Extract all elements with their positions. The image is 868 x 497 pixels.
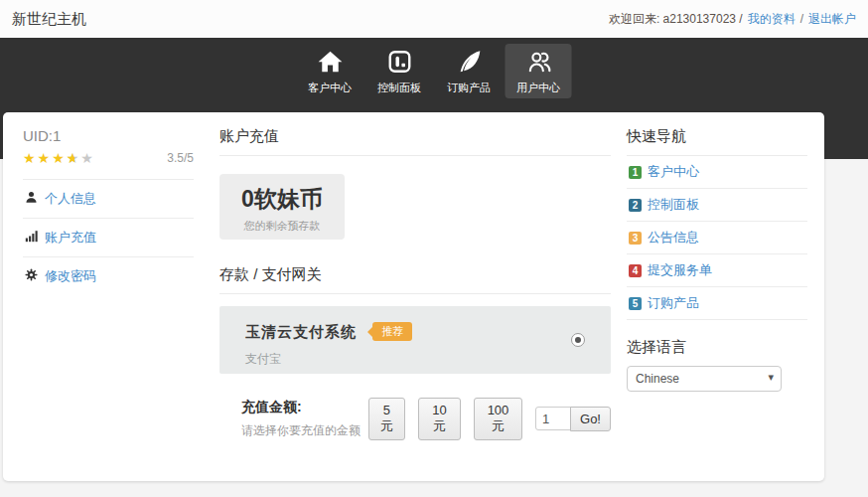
- quicknav-label: 提交服务单: [648, 261, 712, 279]
- bar-chart-icon: [25, 229, 38, 247]
- number-badge: 5: [629, 297, 642, 310]
- sidebar-menu: 个人信息 账户充值 修改密码: [23, 179, 194, 295]
- logout-link[interactable]: 退出帐户: [808, 11, 856, 28]
- main-nav: 客户中心 控制面板 订购产品 用户中心: [297, 44, 572, 98]
- nav-item-label: 订购产品: [436, 81, 503, 95]
- gateway-panel[interactable]: 玉清云支付系统 推荐 支付宝: [219, 306, 611, 374]
- quicknav-item-announcements[interactable]: 3 公告信息: [627, 222, 807, 254]
- amount-button-5[interactable]: 5元: [368, 398, 405, 440]
- amount-hint: 请选择你要充值的金额: [241, 422, 368, 439]
- quicknav-item-client-center[interactable]: 1 客户中心: [627, 156, 807, 189]
- link-separator: /: [800, 12, 803, 26]
- amount-input[interactable]: [535, 407, 571, 430]
- balance-amount: 0软妹币: [219, 184, 345, 215]
- number-badge: 1: [629, 166, 642, 179]
- welcome-area: 欢迎回来: a2130137023 / 我的资料 / 退出帐户: [609, 11, 856, 28]
- quicknav-item-control-panel[interactable]: 2 控制面板: [627, 189, 807, 222]
- nav-item-control-panel[interactable]: 控制面板: [366, 44, 433, 98]
- language-select-wrap: Chinese: [627, 366, 782, 392]
- gear-icon: [25, 267, 38, 285]
- star-rating: ★★★★★★: [23, 151, 95, 165]
- quill-icon: [456, 61, 482, 78]
- welcome-text: 欢迎回来: a2130137023 /: [609, 11, 743, 28]
- nav-item-client-center[interactable]: 客户中心: [297, 44, 363, 98]
- quicknav-item-submit-ticket[interactable]: 4 提交服务单: [627, 254, 807, 287]
- account-sidebar: UID:1 ★★★★★★ 3.5/5 个人信息 账户充值: [23, 127, 194, 295]
- rating-row: ★★★★★★ 3.5/5: [23, 151, 194, 165]
- person-icon: [25, 190, 38, 208]
- quick-nav-title: 快速导航: [627, 127, 807, 156]
- recharge-title: 账户充值: [219, 127, 611, 156]
- language-select[interactable]: Chinese: [627, 366, 782, 392]
- gateway-radio[interactable]: [571, 333, 585, 347]
- amount-button-100[interactable]: 100元: [474, 398, 522, 440]
- go-button[interactable]: Go!: [570, 407, 611, 431]
- uid-label: UID:1: [23, 127, 194, 144]
- recommended-badge: 推荐: [372, 322, 412, 341]
- top-bar: 新世纪主机 欢迎回来: a2130137023 / 我的资料 / 退出帐户: [0, 0, 868, 38]
- profile-link[interactable]: 我的资料: [748, 11, 796, 28]
- quicknav-label: 公告信息: [648, 229, 699, 247]
- nav-item-label: 客户中心: [297, 81, 363, 95]
- quicknav-item-order-products[interactable]: 5 订购产品: [627, 287, 807, 320]
- balance-caption: 您的剩余预存款: [219, 219, 345, 234]
- rating-value: 3.5/5: [167, 151, 194, 165]
- number-badge: 2: [629, 199, 642, 212]
- amount-button-10[interactable]: 10元: [418, 398, 461, 440]
- quicknav-label: 控制面板: [648, 196, 699, 214]
- sidebar-item-label: 账户充值: [45, 229, 96, 247]
- gateway-title: 存款 / 支付网关: [219, 265, 611, 294]
- quicknav-label: 订购产品: [648, 294, 699, 312]
- amount-buttons: 5元 10元 100元 Go!: [368, 398, 611, 440]
- quick-nav-section: 快速导航 1 客户中心 2 控制面板 3 公告信息 4 提交服务单 5 订购产品…: [627, 127, 807, 392]
- quicknav-label: 客户中心: [648, 163, 699, 181]
- nav-item-label: 用户中心: [506, 81, 572, 95]
- sidebar-item-personal-info[interactable]: 个人信息: [23, 179, 194, 218]
- users-icon: [525, 61, 551, 78]
- brand-title: 新世纪主机: [12, 10, 86, 29]
- balance-box: 0软妹币 您的剩余预存款: [219, 174, 345, 240]
- sidebar-item-account-recharge[interactable]: 账户充值: [23, 218, 194, 256]
- amount-input-group: Go!: [535, 407, 611, 431]
- amount-labels: 充值金额: 请选择你要充值的金额: [241, 399, 368, 439]
- control-panel-icon: [386, 61, 412, 78]
- nav-item-order-products[interactable]: 订购产品: [436, 44, 503, 98]
- gateway-method: 支付宝: [245, 351, 585, 368]
- nav-item-label: 控制面板: [366, 81, 433, 95]
- home-icon: [317, 61, 343, 78]
- language-title: 选择语言: [627, 338, 807, 357]
- content-card: UID:1 ★★★★★★ 3.5/5 个人信息 账户充值: [3, 112, 824, 481]
- gateway-name: 玉清云支付系统: [245, 323, 357, 342]
- number-badge: 4: [629, 264, 642, 277]
- nav-item-user-center[interactable]: 用户中心: [506, 44, 572, 98]
- recharge-section: 账户充值 0软妹币 您的剩余预存款 存款 / 支付网关 玉清云支付系统 推荐 支…: [219, 127, 611, 440]
- sidebar-item-label: 修改密码: [45, 267, 96, 285]
- sidebar-item-label: 个人信息: [45, 190, 96, 208]
- sidebar-item-change-password[interactable]: 修改密码: [23, 256, 194, 295]
- number-badge: 3: [629, 232, 642, 245]
- amount-label: 充值金额:: [241, 399, 368, 416]
- amount-row: 充值金额: 请选择你要充值的金额 5元 10元 100元 Go!: [219, 398, 611, 440]
